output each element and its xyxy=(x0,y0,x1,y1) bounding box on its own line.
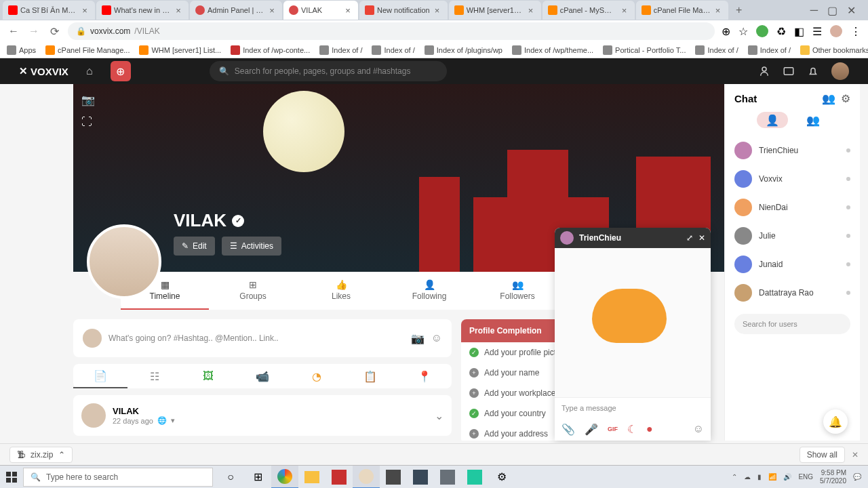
gear-icon[interactable]: ⚙ xyxy=(841,92,850,105)
task-view-button[interactable]: ⊞ xyxy=(244,466,271,489)
feed-tab-location[interactable]: 📍 xyxy=(397,364,452,388)
contact-item[interactable]: Dattatraya Rao xyxy=(734,279,850,307)
notification-bell[interactable]: 🔔 xyxy=(823,409,848,434)
activities-button[interactable]: ☰ Activities xyxy=(222,237,281,256)
menu-icon[interactable]: ⋮ xyxy=(850,25,861,38)
avatar[interactable] xyxy=(81,403,106,428)
recycle-icon[interactable]: ♻ xyxy=(776,25,786,38)
gif-icon[interactable]: GIF xyxy=(608,426,618,432)
close-icon[interactable]: × xyxy=(526,5,536,15)
bookmark-item[interactable]: cPanel File Manage... xyxy=(45,45,130,55)
volume-icon[interactable]: 🔊 xyxy=(783,473,791,481)
crop-icon[interactable]: ⛶ xyxy=(81,116,95,128)
reload-button[interactable]: ⟳ xyxy=(47,24,61,38)
explorer-app[interactable] xyxy=(298,466,326,489)
create-button[interactable]: ⊕ xyxy=(111,61,131,81)
chrome-app[interactable] xyxy=(271,466,298,489)
edit-button[interactable]: ✎ Edit xyxy=(174,237,215,256)
close-icon[interactable]: ✕ xyxy=(852,450,859,460)
profile-avatar[interactable] xyxy=(87,224,161,299)
battery-icon[interactable]: ▮ xyxy=(757,473,762,481)
feed-tab-list[interactable]: ☷ xyxy=(127,364,182,388)
feed-tab-post[interactable]: 📄 xyxy=(73,364,127,388)
reader-icon[interactable]: ☰ xyxy=(812,25,822,38)
attach-icon[interactable]: 📎 xyxy=(561,423,575,436)
avatar[interactable] xyxy=(831,62,849,80)
browser-tab[interactable]: New notification× xyxy=(359,1,448,20)
contact-item[interactable]: Julie xyxy=(734,222,850,250)
other-bookmarks[interactable]: Other bookmarks xyxy=(800,45,868,55)
notifications-icon[interactable]: 💬 xyxy=(853,473,861,481)
contact-item[interactable]: Voxvix xyxy=(734,165,850,193)
bookmark-item[interactable]: Index of / xyxy=(372,45,414,55)
contact-item[interactable]: TrienChieu xyxy=(734,136,850,165)
translate-icon[interactable]: ⊕ xyxy=(722,25,730,38)
ext-icon[interactable]: ◧ xyxy=(794,25,804,38)
feed-tab-photo[interactable]: 🖼 xyxy=(181,364,235,388)
bookmark-item[interactable]: Index of / xyxy=(319,45,362,55)
bookmark-item[interactable]: Index of /plugins/wp xyxy=(425,45,502,55)
chat-tab-online[interactable]: 👤 xyxy=(757,112,788,128)
close-icon[interactable]: × xyxy=(343,5,353,15)
camera-icon[interactable]: 📷 xyxy=(81,94,95,106)
chevron-up-icon[interactable]: ⌃ xyxy=(58,450,65,460)
tab-groups[interactable]: ⊞Groups xyxy=(209,272,297,310)
browser-tab[interactable]: VILAK× xyxy=(283,1,358,20)
browser-tab[interactable]: cPanel - MySQL®× xyxy=(542,1,635,20)
close-icon[interactable]: ✕ xyxy=(847,4,856,17)
bookmark-item[interactable]: Index of /wp-conte... xyxy=(231,45,310,55)
apps-button[interactable]: Apps xyxy=(7,45,36,55)
chat-messages[interactable] xyxy=(555,248,711,397)
close-icon[interactable]: × xyxy=(713,5,723,15)
onedrive-icon[interactable]: ☁ xyxy=(744,473,751,481)
chat-search-input[interactable]: Search for users xyxy=(734,314,850,334)
browser-tab[interactable]: Admin Panel | The× xyxy=(190,1,282,20)
bell-icon[interactable] xyxy=(807,65,819,77)
language-indicator[interactable]: ENG xyxy=(798,473,813,481)
compose-input[interactable]: What's going on? #Hashtag.. @Mention.. L… xyxy=(108,333,404,343)
tray-chevron-icon[interactable]: ⌃ xyxy=(732,473,737,481)
emoji-icon[interactable]: ☺ xyxy=(431,332,442,344)
app-icon[interactable] xyxy=(434,466,461,489)
close-icon[interactable]: ✕ xyxy=(698,233,705,243)
post-menu-icon[interactable]: ⌄ xyxy=(435,409,443,422)
download-item[interactable]: 🗜 zix.zip ⌃ xyxy=(9,447,73,463)
emoji-icon[interactable]: ☺ xyxy=(693,423,704,435)
sublime-app[interactable] xyxy=(380,466,407,489)
maximize-icon[interactable]: ▢ xyxy=(827,4,837,17)
close-icon[interactable]: × xyxy=(174,5,183,15)
chat-input[interactable]: Type a message xyxy=(555,397,711,418)
bookmark-item[interactable]: Index of / xyxy=(748,45,791,55)
minimize-icon[interactable]: ─ xyxy=(810,4,818,17)
app-icon[interactable] xyxy=(326,466,353,489)
settings-app[interactable]: ⚙ xyxy=(488,466,515,489)
feed-tab-file[interactable]: 📋 xyxy=(344,364,398,388)
close-icon[interactable]: × xyxy=(267,5,277,15)
forward-button[interactable]: → xyxy=(27,24,41,38)
post-author[interactable]: VILAK xyxy=(113,406,175,416)
bookmark-item[interactable]: Index of / xyxy=(695,45,738,55)
cortana-button[interactable]: ○ xyxy=(217,466,244,489)
friends-icon[interactable] xyxy=(758,65,770,77)
bookmark-item[interactable]: Index of /wp/theme... xyxy=(512,45,593,55)
close-icon[interactable]: × xyxy=(620,5,629,15)
chevron-down-icon[interactable]: ▾ xyxy=(171,416,175,425)
messages-icon[interactable] xyxy=(783,65,795,77)
record-icon[interactable]: ● xyxy=(646,423,653,435)
url-input[interactable]: 🔒 voxvix.com/VILAK xyxy=(68,22,715,40)
browser-tab[interactable]: Ca Sĩ Bí Ẩn Mùa 4× xyxy=(3,1,95,20)
filmora-app[interactable] xyxy=(461,466,488,489)
contact-item[interactable]: Junaid xyxy=(734,250,850,279)
profile-icon[interactable] xyxy=(830,25,842,37)
home-button[interactable]: ⌂ xyxy=(79,61,100,81)
wifi-icon[interactable]: 📶 xyxy=(768,473,776,481)
bookmark-item[interactable]: WHM [server1] List... xyxy=(139,45,221,55)
search-input[interactable]: 🔍Search for people, pages, groups and #h… xyxy=(210,61,447,81)
sticker-icon[interactable]: ☾ xyxy=(627,423,637,436)
show-all-button[interactable]: Show all xyxy=(800,447,845,463)
clock[interactable]: 9:58 PM5/7/2020 xyxy=(820,469,846,485)
back-button[interactable]: ← xyxy=(7,24,20,38)
logo[interactable]: ✕ VOXVIX xyxy=(19,65,68,77)
browser-tab[interactable]: WHM [server1] Lis× xyxy=(449,1,541,20)
browser-tab[interactable]: cPanel File Manag× xyxy=(636,1,728,20)
